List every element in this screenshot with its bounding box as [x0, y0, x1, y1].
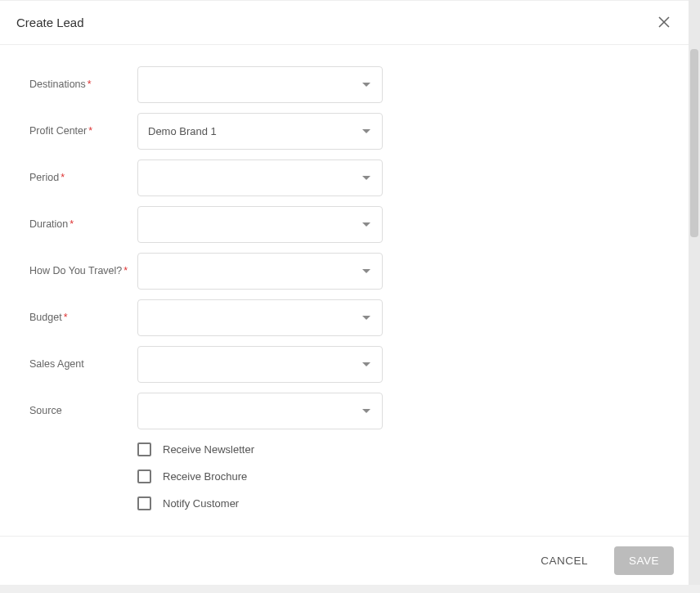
- modal-header: Create Lead: [0, 1, 689, 44]
- modal-title: Create Lead: [16, 16, 672, 29]
- select-source[interactable]: [137, 393, 383, 429]
- field-profit-center: Profit Center* Demo Brand 1: [29, 113, 672, 150]
- select-destinations[interactable]: [137, 66, 383, 103]
- modal-footer: CANCEL SAVE: [0, 536, 689, 585]
- chevron-down-icon: [362, 269, 370, 273]
- lead-form: Destinations* Profit Center* Demo Brand …: [0, 45, 689, 535]
- modal-body: Destinations* Profit Center* Demo Brand …: [0, 44, 689, 536]
- label-text: Sales Agent: [29, 358, 84, 370]
- checkbox-notify[interactable]: Notify Customer: [137, 496, 672, 510]
- label-text: Destinations: [29, 79, 86, 90]
- label-source: Source: [29, 404, 137, 417]
- select-period[interactable]: [137, 159, 383, 196]
- checkbox-label: Receive Brochure: [163, 470, 247, 483]
- select-sales-agent[interactable]: [137, 346, 383, 383]
- chevron-down-icon: [362, 222, 370, 227]
- checkbox-label: Notify Customer: [163, 497, 239, 510]
- label-text: How Do You Travel?: [29, 265, 122, 276]
- label-how-travel: How Do You Travel?*: [29, 264, 137, 277]
- label-text: Duration: [29, 218, 68, 230]
- required-mark: *: [123, 265, 128, 276]
- required-mark: *: [88, 125, 92, 137]
- scrollbar-track[interactable]: [689, 0, 700, 593]
- checkbox-label: Receive Newsletter: [163, 443, 254, 456]
- checkbox-icon: [137, 443, 151, 456]
- chevron-down-icon: [362, 129, 370, 133]
- label-text: Budget: [29, 312, 62, 323]
- close-icon: [657, 15, 671, 29]
- chevron-down-icon: [362, 83, 370, 87]
- field-source: Source: [29, 393, 672, 429]
- select-profit-center[interactable]: Demo Brand 1: [137, 113, 383, 150]
- select-budget[interactable]: [137, 299, 383, 336]
- label-duration: Duration*: [29, 218, 137, 231]
- label-budget: Budget*: [29, 311, 137, 324]
- label-period: Period*: [29, 171, 137, 184]
- label-text: Profit Center: [29, 125, 87, 137]
- save-button[interactable]: SAVE: [614, 546, 674, 575]
- field-duration: Duration*: [29, 206, 672, 243]
- required-mark: *: [70, 218, 74, 230]
- checkbox-brochure[interactable]: Receive Brochure: [137, 469, 672, 483]
- backdrop-bottom: [0, 585, 700, 593]
- field-budget: Budget*: [29, 299, 672, 336]
- checkbox-icon: [137, 496, 151, 510]
- label-text: Period: [29, 172, 59, 183]
- select-duration[interactable]: [137, 206, 383, 243]
- chevron-down-icon: [362, 176, 370, 180]
- chevron-down-icon: [362, 409, 370, 413]
- label-profit-center: Profit Center*: [29, 124, 137, 137]
- chevron-down-icon: [362, 316, 370, 320]
- required-mark: *: [61, 172, 65, 183]
- select-how-travel[interactable]: [137, 253, 383, 290]
- field-destinations: Destinations*: [29, 66, 672, 103]
- field-period: Period*: [29, 159, 672, 196]
- label-sales-agent: Sales Agent: [29, 357, 137, 371]
- chevron-down-icon: [362, 362, 370, 366]
- cancel-button[interactable]: CANCEL: [526, 546, 603, 575]
- close-button[interactable]: [654, 12, 674, 32]
- scrollbar-thumb[interactable]: [690, 49, 698, 237]
- field-sales-agent: Sales Agent: [29, 346, 672, 383]
- create-lead-modal: Create Lead Destinations* Profit Cen: [0, 0, 689, 585]
- field-how-travel: How Do You Travel?*: [29, 253, 672, 290]
- select-value: Demo Brand 1: [148, 125, 217, 137]
- label-destinations: Destinations*: [29, 78, 137, 91]
- required-mark: *: [64, 312, 68, 323]
- checkbox-icon: [137, 469, 151, 483]
- label-text: Source: [29, 405, 62, 416]
- checkbox-newsletter[interactable]: Receive Newsletter: [137, 443, 672, 456]
- required-mark: *: [88, 79, 92, 90]
